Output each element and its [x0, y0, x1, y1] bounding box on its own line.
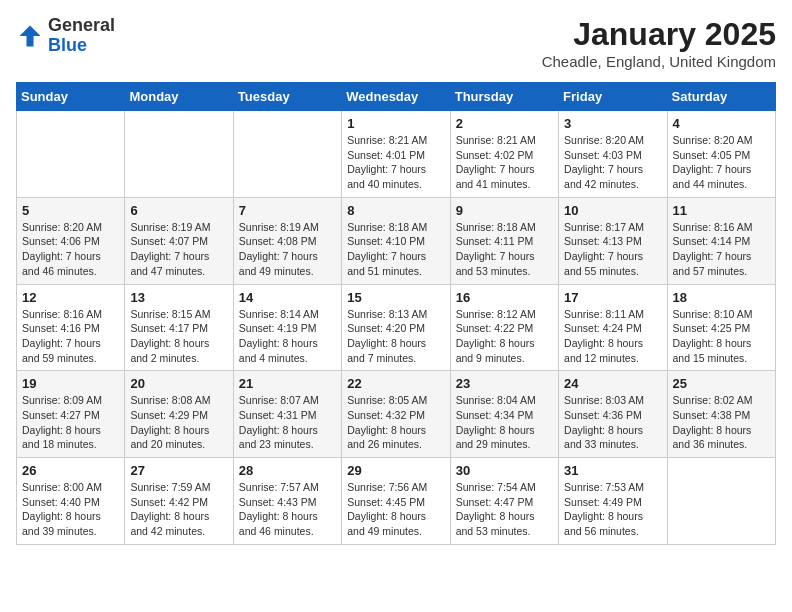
calendar-cell: 12Sunrise: 8:16 AM Sunset: 4:16 PM Dayli…: [17, 284, 125, 371]
day-info: Sunrise: 8:21 AM Sunset: 4:02 PM Dayligh…: [456, 133, 553, 192]
day-info: Sunrise: 8:20 AM Sunset: 4:05 PM Dayligh…: [673, 133, 770, 192]
day-number: 30: [456, 463, 553, 478]
day-header-friday: Friday: [559, 83, 667, 111]
day-info: Sunrise: 8:07 AM Sunset: 4:31 PM Dayligh…: [239, 393, 336, 452]
day-header-tuesday: Tuesday: [233, 83, 341, 111]
day-header-thursday: Thursday: [450, 83, 558, 111]
calendar-cell: 29Sunrise: 7:56 AM Sunset: 4:45 PM Dayli…: [342, 458, 450, 545]
day-number: 2: [456, 116, 553, 131]
day-number: 1: [347, 116, 444, 131]
day-info: Sunrise: 7:54 AM Sunset: 4:47 PM Dayligh…: [456, 480, 553, 539]
calendar-week-1: 1Sunrise: 8:21 AM Sunset: 4:01 PM Daylig…: [17, 111, 776, 198]
day-info: Sunrise: 8:14 AM Sunset: 4:19 PM Dayligh…: [239, 307, 336, 366]
day-info: Sunrise: 8:08 AM Sunset: 4:29 PM Dayligh…: [130, 393, 227, 452]
logo-icon: [16, 22, 44, 50]
day-info: Sunrise: 8:16 AM Sunset: 4:14 PM Dayligh…: [673, 220, 770, 279]
day-number: 13: [130, 290, 227, 305]
day-number: 25: [673, 376, 770, 391]
day-info: Sunrise: 8:15 AM Sunset: 4:17 PM Dayligh…: [130, 307, 227, 366]
calendar-cell: 7Sunrise: 8:19 AM Sunset: 4:08 PM Daylig…: [233, 197, 341, 284]
day-number: 4: [673, 116, 770, 131]
day-header-monday: Monday: [125, 83, 233, 111]
day-number: 27: [130, 463, 227, 478]
calendar-cell: 1Sunrise: 8:21 AM Sunset: 4:01 PM Daylig…: [342, 111, 450, 198]
day-number: 21: [239, 376, 336, 391]
calendar-cell: 16Sunrise: 8:12 AM Sunset: 4:22 PM Dayli…: [450, 284, 558, 371]
day-info: Sunrise: 8:19 AM Sunset: 4:08 PM Dayligh…: [239, 220, 336, 279]
calendar-week-2: 5Sunrise: 8:20 AM Sunset: 4:06 PM Daylig…: [17, 197, 776, 284]
day-info: Sunrise: 8:20 AM Sunset: 4:03 PM Dayligh…: [564, 133, 661, 192]
day-info: Sunrise: 8:21 AM Sunset: 4:01 PM Dayligh…: [347, 133, 444, 192]
calendar-week-4: 19Sunrise: 8:09 AM Sunset: 4:27 PM Dayli…: [17, 371, 776, 458]
day-info: Sunrise: 7:59 AM Sunset: 4:42 PM Dayligh…: [130, 480, 227, 539]
day-info: Sunrise: 8:02 AM Sunset: 4:38 PM Dayligh…: [673, 393, 770, 452]
day-info: Sunrise: 7:57 AM Sunset: 4:43 PM Dayligh…: [239, 480, 336, 539]
day-header-sunday: Sunday: [17, 83, 125, 111]
day-number: 17: [564, 290, 661, 305]
day-info: Sunrise: 8:20 AM Sunset: 4:06 PM Dayligh…: [22, 220, 119, 279]
calendar-cell: 3Sunrise: 8:20 AM Sunset: 4:03 PM Daylig…: [559, 111, 667, 198]
calendar-cell: 6Sunrise: 8:19 AM Sunset: 4:07 PM Daylig…: [125, 197, 233, 284]
day-number: 11: [673, 203, 770, 218]
calendar-cell: 13Sunrise: 8:15 AM Sunset: 4:17 PM Dayli…: [125, 284, 233, 371]
day-info: Sunrise: 8:16 AM Sunset: 4:16 PM Dayligh…: [22, 307, 119, 366]
day-number: 19: [22, 376, 119, 391]
day-info: Sunrise: 8:03 AM Sunset: 4:36 PM Dayligh…: [564, 393, 661, 452]
day-number: 16: [456, 290, 553, 305]
day-number: 28: [239, 463, 336, 478]
calendar-cell: 20Sunrise: 8:08 AM Sunset: 4:29 PM Dayli…: [125, 371, 233, 458]
calendar-cell: 28Sunrise: 7:57 AM Sunset: 4:43 PM Dayli…: [233, 458, 341, 545]
calendar-cell: 19Sunrise: 8:09 AM Sunset: 4:27 PM Dayli…: [17, 371, 125, 458]
day-info: Sunrise: 8:18 AM Sunset: 4:11 PM Dayligh…: [456, 220, 553, 279]
calendar-week-3: 12Sunrise: 8:16 AM Sunset: 4:16 PM Dayli…: [17, 284, 776, 371]
logo-blue: Blue: [48, 35, 87, 55]
day-info: Sunrise: 8:10 AM Sunset: 4:25 PM Dayligh…: [673, 307, 770, 366]
day-number: 18: [673, 290, 770, 305]
calendar-cell: [233, 111, 341, 198]
day-info: Sunrise: 8:09 AM Sunset: 4:27 PM Dayligh…: [22, 393, 119, 452]
day-number: 31: [564, 463, 661, 478]
calendar-cell: 2Sunrise: 8:21 AM Sunset: 4:02 PM Daylig…: [450, 111, 558, 198]
day-number: 29: [347, 463, 444, 478]
calendar-cell: 14Sunrise: 8:14 AM Sunset: 4:19 PM Dayli…: [233, 284, 341, 371]
calendar-header-row: SundayMondayTuesdayWednesdayThursdayFrid…: [17, 83, 776, 111]
calendar-cell: 15Sunrise: 8:13 AM Sunset: 4:20 PM Dayli…: [342, 284, 450, 371]
calendar-cell: 31Sunrise: 7:53 AM Sunset: 4:49 PM Dayli…: [559, 458, 667, 545]
day-info: Sunrise: 7:56 AM Sunset: 4:45 PM Dayligh…: [347, 480, 444, 539]
calendar-cell: 22Sunrise: 8:05 AM Sunset: 4:32 PM Dayli…: [342, 371, 450, 458]
calendar-cell: 11Sunrise: 8:16 AM Sunset: 4:14 PM Dayli…: [667, 197, 775, 284]
day-header-saturday: Saturday: [667, 83, 775, 111]
day-number: 5: [22, 203, 119, 218]
calendar-cell: 4Sunrise: 8:20 AM Sunset: 4:05 PM Daylig…: [667, 111, 775, 198]
day-number: 22: [347, 376, 444, 391]
day-info: Sunrise: 7:53 AM Sunset: 4:49 PM Dayligh…: [564, 480, 661, 539]
calendar-cell: 30Sunrise: 7:54 AM Sunset: 4:47 PM Dayli…: [450, 458, 558, 545]
page-header: General Blue January 2025 Cheadle, Engla…: [16, 16, 776, 70]
day-info: Sunrise: 8:12 AM Sunset: 4:22 PM Dayligh…: [456, 307, 553, 366]
day-number: 26: [22, 463, 119, 478]
svg-marker-0: [20, 25, 41, 46]
day-number: 14: [239, 290, 336, 305]
calendar-week-5: 26Sunrise: 8:00 AM Sunset: 4:40 PM Dayli…: [17, 458, 776, 545]
calendar-table: SundayMondayTuesdayWednesdayThursdayFrid…: [16, 82, 776, 545]
calendar-subtitle: Cheadle, England, United Kingdom: [542, 53, 776, 70]
day-number: 15: [347, 290, 444, 305]
day-info: Sunrise: 8:00 AM Sunset: 4:40 PM Dayligh…: [22, 480, 119, 539]
title-block: January 2025 Cheadle, England, United Ki…: [542, 16, 776, 70]
calendar-cell: 25Sunrise: 8:02 AM Sunset: 4:38 PM Dayli…: [667, 371, 775, 458]
day-header-wednesday: Wednesday: [342, 83, 450, 111]
calendar-cell: 8Sunrise: 8:18 AM Sunset: 4:10 PM Daylig…: [342, 197, 450, 284]
calendar-cell: 10Sunrise: 8:17 AM Sunset: 4:13 PM Dayli…: [559, 197, 667, 284]
day-number: 8: [347, 203, 444, 218]
day-number: 24: [564, 376, 661, 391]
calendar-cell: 23Sunrise: 8:04 AM Sunset: 4:34 PM Dayli…: [450, 371, 558, 458]
calendar-cell: [17, 111, 125, 198]
day-info: Sunrise: 8:11 AM Sunset: 4:24 PM Dayligh…: [564, 307, 661, 366]
day-number: 6: [130, 203, 227, 218]
logo-general: General: [48, 15, 115, 35]
calendar-cell: 24Sunrise: 8:03 AM Sunset: 4:36 PM Dayli…: [559, 371, 667, 458]
day-number: 10: [564, 203, 661, 218]
calendar-cell: 9Sunrise: 8:18 AM Sunset: 4:11 PM Daylig…: [450, 197, 558, 284]
calendar-cell: 18Sunrise: 8:10 AM Sunset: 4:25 PM Dayli…: [667, 284, 775, 371]
logo-text: General Blue: [48, 16, 115, 56]
